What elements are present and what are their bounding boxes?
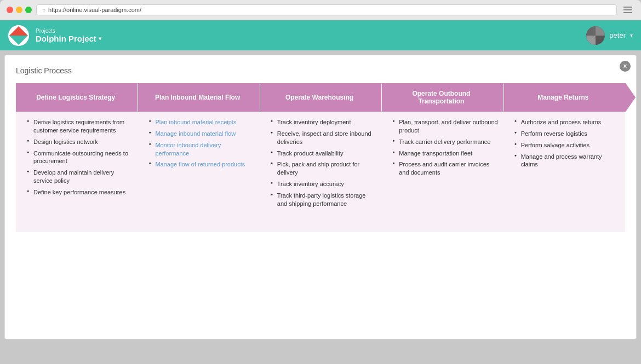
list-item: Perform salvage activities	[514, 141, 620, 149]
main-window: × Logistic Process Define Logistics Stra…	[4, 55, 637, 339]
menu-button[interactable]	[621, 4, 634, 15]
traffic-light-yellow[interactable]	[16, 7, 22, 13]
list-item[interactable]: Monitor inbound delivery performance	[148, 141, 254, 158]
process-step-3: Operate Warehousing Track inventory depl…	[260, 83, 381, 232]
url-text: https://online.visual-paradigm.com/	[48, 7, 141, 13]
list-item: Communicate outsourcing needs to procure…	[27, 149, 132, 166]
traffic-lights	[7, 7, 32, 13]
step-label-2: Plan Inbound Material Flow	[155, 94, 240, 101]
process-step-1: Define Logistics Strategy Derive logisti…	[16, 83, 138, 232]
step-header-3: Operate Warehousing	[260, 83, 382, 112]
list-item: Derive logistics requirements from custo…	[27, 118, 132, 135]
list-item[interactable]: Manage flow of returned products	[148, 160, 254, 169]
step-list-1: Derive logistics requirements from custo…	[27, 118, 132, 197]
list-item: Plan, transport, and deliver outbound pr…	[392, 118, 497, 135]
diagram-title: Logistic Process	[16, 66, 625, 75]
list-item: Pick, pack and ship product for delivery	[271, 160, 376, 177]
list-item: Develop and maintain delivery service po…	[27, 169, 132, 185]
address-bar[interactable]: ○ https://online.visual-paradigm.com/	[36, 4, 617, 15]
step-list-5: Authorize and process returns Perform re…	[514, 118, 620, 169]
list-item: Perform reverse logistics	[514, 130, 620, 138]
traffic-light-red[interactable]	[7, 7, 13, 13]
list-item: Manage transportation fleet	[392, 149, 497, 158]
step-header-4: Operate Outbound Transportation	[381, 83, 503, 112]
list-item: Receive, inspect and store inbound deliv…	[271, 130, 376, 146]
project-chevron-icon: ▾	[99, 36, 101, 42]
step-header-1: Define Logistics Strategy	[16, 83, 138, 112]
list-item: Track carrier delivery performance	[392, 138, 497, 146]
project-name-button[interactable]: Dolphin Project ▾	[36, 34, 101, 43]
step-header-5: Manage Returns	[503, 83, 626, 112]
close-button[interactable]: ×	[620, 61, 631, 72]
list-item: Design logistics network	[27, 138, 132, 146]
browser-chrome: ○ https://online.visual-paradigm.com/	[0, 0, 641, 20]
list-item[interactable]: Manage inbound material flow	[148, 130, 254, 138]
process-step-2: Plan Inbound Material Flow Plan inbound …	[138, 83, 259, 232]
list-item: Track inventory deployment	[271, 118, 376, 126]
step-label-5: Manage Returns	[537, 94, 588, 101]
step-content-5: Authorize and process returns Perform re…	[503, 112, 625, 232]
list-item: Manage and process warranty claims	[514, 153, 620, 169]
step-header-2: Plan Inbound Material Flow	[138, 83, 260, 112]
step-content-1: Derive logistics requirements from custo…	[16, 112, 138, 232]
user-name: peter	[609, 31, 626, 39]
logo-icon	[8, 25, 29, 46]
process-step-4: Operate Outbound Transportation Plan, tr…	[381, 83, 503, 232]
step-content-3: Track inventory deployment Receive, insp…	[260, 112, 381, 232]
step-list-3: Track inventory deployment Receive, insp…	[271, 118, 376, 208]
address-bar-icon: ○	[42, 7, 45, 13]
user-avatar	[586, 26, 605, 45]
list-item: Track inventory accuracy	[271, 180, 376, 188]
list-item: Authorize and process returns	[514, 118, 620, 126]
process-flow: Define Logistics Strategy Derive logisti…	[16, 83, 625, 232]
list-item: Define key performance measures	[27, 188, 132, 197]
process-step-5: Manage Returns Authorize and process ret…	[503, 83, 625, 232]
list-item[interactable]: Plan inbound material receipts	[148, 118, 254, 126]
list-item: Track third-party logistics storage and …	[271, 192, 376, 208]
step-list-4: Plan, transport, and deliver outbound pr…	[392, 118, 497, 177]
logo-diamond	[9, 26, 28, 45]
projects-label: Projects:	[36, 28, 101, 34]
user-menu-chevron-icon: ▾	[630, 32, 633, 38]
header-right: peter ▾	[586, 26, 633, 45]
list-item: Track product availability	[271, 149, 376, 158]
list-item: Process and audit carrier invoices and d…	[392, 160, 497, 177]
step-content-4: Plan, transport, and deliver outbound pr…	[381, 112, 503, 232]
traffic-light-green[interactable]	[25, 7, 32, 13]
step-content-2: Plan inbound material receipts Manage in…	[138, 112, 259, 232]
step-list-2: Plan inbound material receipts Manage in…	[148, 118, 254, 169]
header-left: Projects: Dolphin Project ▾	[8, 25, 101, 46]
app-header: Projects: Dolphin Project ▾ peter ▾	[0, 20, 641, 50]
header-project: Projects: Dolphin Project ▾	[36, 28, 101, 43]
step-label-3: Operate Warehousing	[285, 94, 353, 101]
step-label-4: Operate Outbound Transportation	[390, 90, 493, 105]
step-label-1: Define Logistics Strategy	[36, 94, 115, 101]
avatar-image	[586, 26, 605, 45]
